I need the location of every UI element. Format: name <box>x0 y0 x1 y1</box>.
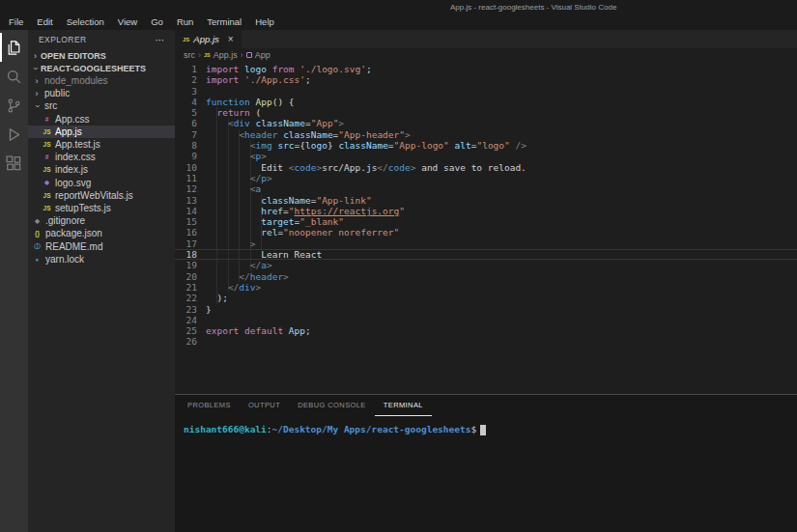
panel-tab-debug-console[interactable]: DEBUG CONSOLE <box>289 395 375 416</box>
code-line-17[interactable]: 17 > <box>175 238 797 249</box>
code-line-10[interactable]: 10 Edit <code>src/App.js</code> and save… <box>175 162 797 173</box>
chevron-icon: › <box>34 51 37 61</box>
code-line-1[interactable]: 1import logo from './logo.svg'; <box>175 64 797 74</box>
menu-view[interactable]: View <box>111 14 144 30</box>
more-actions-icon[interactable]: ⋯ <box>156 35 165 45</box>
menu-help[interactable]: Help <box>248 14 281 30</box>
js-file-icon: JS <box>42 141 52 148</box>
js-file-icon: JS <box>183 37 189 42</box>
chevron-icon: › <box>31 67 41 70</box>
activity-extensions-icon[interactable] <box>0 149 28 178</box>
tree-item-gitignore[interactable]: ◆.gitignore <box>28 214 175 227</box>
code-line-4[interactable]: 4function App() { <box>175 97 797 107</box>
line-number: 11 <box>175 173 197 183</box>
code-line-25[interactable]: 25export default App; <box>175 325 797 336</box>
tree-item-app-test-js[interactable]: JSApp.test.js <box>28 138 175 151</box>
code-line-5[interactable]: 5 return ( <box>175 107 797 118</box>
tree-item-index-css[interactable]: #index.css <box>28 151 175 163</box>
line-number: 15 <box>175 216 197 227</box>
line-number: 18 <box>175 249 197 260</box>
line-number: 20 <box>175 271 197 282</box>
code-line-24[interactable]: 24 <box>175 315 797 325</box>
tree-item-readme-md[interactable]: ⓘREADME.md <box>28 239 175 252</box>
menu-file[interactable]: File <box>2 14 30 30</box>
css-file-icon: # <box>42 116 52 123</box>
breadcrumb-item-app[interactable]: App <box>246 50 270 60</box>
tree-item-logo-svg[interactable]: ◆logo.svg <box>28 177 175 189</box>
line-number: 17 <box>175 238 197 249</box>
chevron-icon: › <box>32 105 42 108</box>
explorer-sidebar: EXPLORER ⋯ ›OPEN EDITORS›REACT-GOOGLESHE… <box>28 30 175 532</box>
code-line-22[interactable]: 22 ); <box>175 293 797 303</box>
code-line-7[interactable]: 7 <header className="App-header"> <box>175 129 797 140</box>
code-line-21[interactable]: 21 </div> <box>175 282 797 293</box>
code-line-3[interactable]: 3 <box>175 86 797 97</box>
section-open-editors[interactable]: ›OPEN EDITORS <box>28 49 175 62</box>
tab-bar: JS App.js × <box>175 30 797 48</box>
tree-item-package-json[interactable]: {}package.json <box>28 227 175 239</box>
breadcrumb-item-src[interactable]: src <box>184 50 195 60</box>
close-icon[interactable]: × <box>228 34 234 44</box>
sidebar-title-row: EXPLORER ⋯ <box>28 30 175 49</box>
tree-item-setuptests-js[interactable]: JSsetupTests.js <box>28 202 175 214</box>
tree-item-public[interactable]: ›public <box>28 87 175 99</box>
breadcrumb-item-app-js[interactable]: JSApp.js <box>204 50 238 60</box>
editor-region: JS App.js × src›JSApp.js›App 1import log… <box>175 30 797 532</box>
line-number: 14 <box>175 206 197 216</box>
panel-tab-problems[interactable]: PROBLEMS <box>179 395 240 416</box>
tree-item-yarn-lock[interactable]: ●yarn.lock <box>28 253 175 266</box>
code-line-26[interactable]: 26 <box>175 336 797 347</box>
code-line-13[interactable]: 13 className="App-link" <box>175 195 797 206</box>
menu-edit[interactable]: Edit <box>30 14 59 30</box>
line-number: 2 <box>175 74 197 85</box>
line-number: 12 <box>175 183 197 194</box>
menu-selection[interactable]: Selection <box>60 14 111 30</box>
line-number: 6 <box>175 118 197 128</box>
terminal[interactable]: nishant666@kali:~/Desktop/My Apps/react-… <box>175 416 797 435</box>
code-line-11[interactable]: 11 </p> <box>175 173 797 183</box>
menu-run[interactable]: Run <box>170 14 200 30</box>
terminal-prompt-line: nishant666@kali:~/Desktop/My Apps/react-… <box>184 424 797 435</box>
code-line-6[interactable]: 6 <div className="App"> <box>175 118 797 128</box>
symbol-method-icon <box>246 52 252 58</box>
code-line-20[interactable]: 20 </header> <box>175 271 797 282</box>
tree-item-node-modules[interactable]: ›node_modules <box>28 74 175 87</box>
tab-label: App.js <box>193 34 218 44</box>
md-file-icon: ⓘ <box>32 242 43 251</box>
line-number: 25 <box>175 325 197 336</box>
code-line-23[interactable]: 23} <box>175 304 797 315</box>
code-editor[interactable]: 1import logo from './logo.svg';2import '… <box>175 62 797 394</box>
code-line-14[interactable]: 14 href="https://reactjs.org" <box>175 206 797 216</box>
activity-run-debug-icon[interactable] <box>0 120 28 149</box>
activity-source-control-icon[interactable] <box>0 91 28 120</box>
terminal-prompt-symbol: $ <box>470 424 476 434</box>
code-line-8[interactable]: 8 <img src={logo} className="App-logo" a… <box>175 140 797 151</box>
tree-item-app-css[interactable]: #App.css <box>28 113 175 126</box>
tree-item-reportwebvitals-js[interactable]: JSreportWebVitals.js <box>28 189 175 202</box>
tree-item-app-js[interactable]: JSApp.js <box>28 126 175 138</box>
code-line-16[interactable]: 16 rel="noopener noreferrer" <box>175 227 797 238</box>
section-react-googlesheets[interactable]: ›REACT-GOOGLESHEETS <box>28 62 175 74</box>
activity-bar <box>0 30 28 532</box>
panel-tab-terminal[interactable]: TERMINAL <box>375 395 432 416</box>
breadcrumb: src›JSApp.js›App <box>175 48 797 62</box>
code-line-9[interactable]: 9 <p> <box>175 151 797 161</box>
js-file-icon: JS <box>42 128 52 135</box>
explorer-title: EXPLORER <box>39 35 87 44</box>
tab-app-js[interactable]: JS App.js × <box>175 30 242 48</box>
code-line-2[interactable]: 2import './App.css'; <box>175 74 797 85</box>
activity-search-icon[interactable] <box>0 62 28 91</box>
tree-item-index-js[interactable]: JSindex.js <box>28 163 175 176</box>
menu-terminal[interactable]: Terminal <box>200 14 248 30</box>
tree-item-src[interactable]: ›src <box>28 99 175 112</box>
panel-tabs: PROBLEMSOUTPUTDEBUG CONSOLETERMINAL <box>175 395 797 416</box>
code-line-19[interactable]: 19 </a> <box>175 260 797 270</box>
menu-go[interactable]: Go <box>144 14 170 30</box>
code-line-15[interactable]: 15 target="_blank" <box>175 216 797 227</box>
window-title: App.js - react-googlesheets - Visual Stu… <box>450 3 616 12</box>
code-line-12[interactable]: 12 <a <box>175 183 797 194</box>
code-line-18[interactable]: 18 Learn React <box>175 249 797 260</box>
panel-tab-output[interactable]: OUTPUT <box>240 395 289 416</box>
activity-explorer-icon[interactable] <box>0 33 28 62</box>
js-file-icon: JS <box>42 205 52 211</box>
